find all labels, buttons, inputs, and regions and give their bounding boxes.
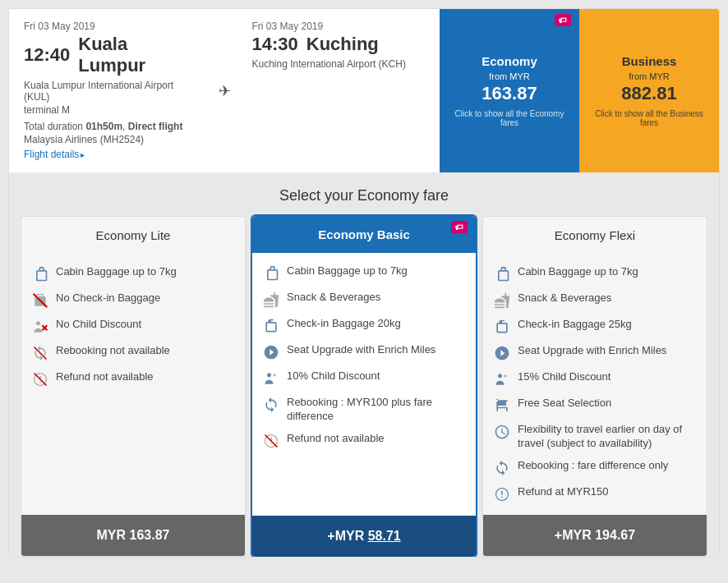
fare-col-footer-basic[interactable]: +MYR 58.71 <box>252 516 476 557</box>
outer-container: Fri 03 May 2019 12:40 Kuala Lumpur Kuala… <box>0 0 728 566</box>
fare-feature-lite-1: No Check-in Baggage <box>31 292 235 310</box>
economy-fare-box[interactable]: 🏷 Economy from MYR 163.87 Click to show … <box>440 9 579 172</box>
no-refund-icon <box>31 370 49 388</box>
plane-icon: ✈ <box>219 82 231 100</box>
fare-col-features-basic: Cabin Baggage up to 7kgSnack & Beverages… <box>252 253 476 516</box>
fare-feature-text-lite-3: Rebooking not available <box>56 344 170 358</box>
child-icon <box>493 370 511 388</box>
departure-info: 12:40 Kuala Lumpur <box>24 34 197 76</box>
departure-terminal: terminal M <box>24 104 197 116</box>
departure-date: Fri 03 May 2019 <box>24 21 197 32</box>
arrival-airport: Kuching International Airport (KCH) <box>252 58 426 70</box>
fare-feature-text-flexi-6: Flexibility to travel earlier on day of … <box>518 423 697 451</box>
fare-feature-flexi-2: Check-in Baggage 25kg <box>493 318 697 336</box>
rebook-icon <box>262 396 280 414</box>
bag-icon <box>31 265 49 283</box>
flight-details: Fri 03 May 2019 12:40 Kuala Lumpur Kuala… <box>9 9 212 172</box>
arrival-time: 14:30 <box>252 34 298 55</box>
fare-col-header-flexi: Economy Flexi <box>483 217 707 254</box>
fare-selection-area: Select your Economy fare Economy LiteCab… <box>9 179 719 557</box>
svg-rect-2 <box>38 295 44 297</box>
bag-icon <box>262 264 280 282</box>
fare-feature-basic-5: Rebooking : MYR100 plus fare difference <box>262 396 466 424</box>
fare-feature-text-lite-1: No Check-in Baggage <box>56 292 160 305</box>
fare-col-flexi[interactable]: Economy FlexiCabin Baggage up to 7kgSnac… <box>482 216 707 557</box>
rebook-icon <box>493 459 511 477</box>
fare-feature-flexi-5: Free Seat Selection <box>493 397 697 415</box>
svg-point-12 <box>274 374 276 376</box>
fare-feature-text-flexi-0: Cabin Baggage up to 7kg <box>518 265 638 279</box>
flight-duration-info: Total duration 01h50m, Direct flight <box>24 121 197 132</box>
fare-columns: Economy LiteCabin Baggage up to 7kgNo Ch… <box>17 216 711 557</box>
fare-feature-flexi-4: 15% Child Discount <box>493 370 697 388</box>
departure-time: 12:40 <box>24 44 70 66</box>
fare-feature-text-basic-5: Rebooking : MYR100 plus fare difference <box>287 396 466 424</box>
seat-icon <box>493 397 511 415</box>
fare-feature-basic-0: Cabin Baggage up to 7kg <box>262 264 466 282</box>
fare-feature-flexi-6: Flexibility to travel earlier on day of … <box>493 423 697 451</box>
economy-label: Economy <box>481 54 537 68</box>
economy-click-label: Click to show all the Economy fares <box>449 109 569 127</box>
fare-feature-text-flexi-1: Snack & Beverages <box>518 292 611 305</box>
no-refund-icon <box>262 432 280 450</box>
fare-price-prefix: +MYR <box>327 529 367 543</box>
fare-col-footer-flexi[interactable]: +MYR 194.67 <box>483 515 707 556</box>
fare-price-value: 58.71 <box>368 529 401 543</box>
section-divider <box>9 172 719 179</box>
fare-col-features-flexi: Cabin Baggage up to 7kgSnack & Beverages… <box>483 254 707 515</box>
svg-point-3 <box>36 321 40 325</box>
plane-icon-container: ✈ <box>212 9 237 172</box>
fare-feature-basic-2: Check-in Baggage 20kg <box>262 317 466 335</box>
arrival-city: Kuching <box>306 34 379 55</box>
arrival-info: 14:30 Kuching <box>252 34 426 55</box>
fare-feature-text-basic-0: Cabin Baggage up to 7kg <box>287 264 408 278</box>
fare-feature-lite-3: Rebooking not available <box>31 344 235 362</box>
fare-feature-lite-4: Refund not available <box>31 370 235 388</box>
svg-point-9 <box>39 382 41 383</box>
fare-feature-text-flexi-8: Refund at MYR150 <box>518 485 609 499</box>
fare-col-basic[interactable]: Economy Basic🏷Cabin Baggage up to 7kgSna… <box>251 214 477 558</box>
arrival-details: Fri 03 May 2019 14:30 Kuching Kuching In… <box>237 9 440 172</box>
business-from: from MYR <box>629 71 670 81</box>
fare-feature-text-flexi-3: Seat Upgrade with Enrich Miles <box>518 344 666 358</box>
departure-city: Kuala Lumpur <box>78 34 196 76</box>
upgrade-icon <box>493 344 511 362</box>
no-snack-icon <box>262 291 280 309</box>
svg-point-17 <box>498 374 502 378</box>
arrival-date: Fri 03 May 2019 <box>252 21 426 32</box>
airline-info: Malaysia Airlines (MH2524) <box>24 134 197 145</box>
fare-feature-text-flexi-5: Free Seat Selection <box>518 397 611 411</box>
fare-feature-text-basic-6: Refund not available <box>287 432 385 446</box>
fare-feature-text-basic-4: 10% Child Discount <box>287 370 380 383</box>
checkin-bag-icon <box>262 317 280 335</box>
fare-col-lite[interactable]: Economy LiteCabin Baggage up to 7kgNo Ch… <box>21 216 246 557</box>
fare-feature-text-flexi-7: Rebooking : fare difference only <box>518 459 668 473</box>
fare-col-footer-lite[interactable]: MYR 163.87 <box>21 515 245 556</box>
fare-feature-text-basic-3: Seat Upgrade with Enrich Miles <box>287 343 435 357</box>
fare-feature-basic-3: Seat Upgrade with Enrich Miles <box>262 343 466 361</box>
fare-col-header-basic: Economy Basic🏷 <box>252 216 476 253</box>
flight-details-link[interactable]: Flight details <box>24 149 85 160</box>
business-fare-box[interactable]: Business from MYR 882.81 Click to show a… <box>579 9 719 172</box>
fare-feature-text-lite-4: Refund not available <box>56 370 154 384</box>
fare-feature-text-flexi-4: 15% Child Discount <box>518 370 611 384</box>
fare-feature-text-basic-1: Snack & Beverages <box>287 291 380 305</box>
flight-info-row: Fri 03 May 2019 12:40 Kuala Lumpur Kuala… <box>9 9 719 172</box>
business-label: Business <box>622 54 677 68</box>
business-price: 882.81 <box>621 83 676 104</box>
fare-feature-text-flexi-2: Check-in Baggage 25kg <box>518 318 632 332</box>
fare-feature-flexi-8: Refund at MYR150 <box>493 485 697 503</box>
svg-point-15 <box>270 443 272 444</box>
fare-feature-flexi-7: Rebooking : fare difference only <box>493 459 697 477</box>
fare-boxes: 🏷 Economy from MYR 163.87 Click to show … <box>440 9 719 172</box>
no-bag-icon <box>31 292 49 310</box>
upgrade-icon <box>262 343 280 361</box>
fare-feature-flexi-0: Cabin Baggage up to 7kg <box>493 265 697 283</box>
no-child-icon <box>31 318 49 336</box>
child-icon <box>262 370 280 388</box>
fare-feature-basic-6: Refund not available <box>262 432 466 450</box>
flight-card: Fri 03 May 2019 12:40 Kuala Lumpur Kuala… <box>8 8 720 558</box>
fare-feature-text-lite-2: No Child Discount <box>56 318 141 332</box>
economy-price: 163.87 <box>481 83 537 104</box>
fare-feature-lite-0: Cabin Baggage up to 7kg <box>31 265 235 283</box>
